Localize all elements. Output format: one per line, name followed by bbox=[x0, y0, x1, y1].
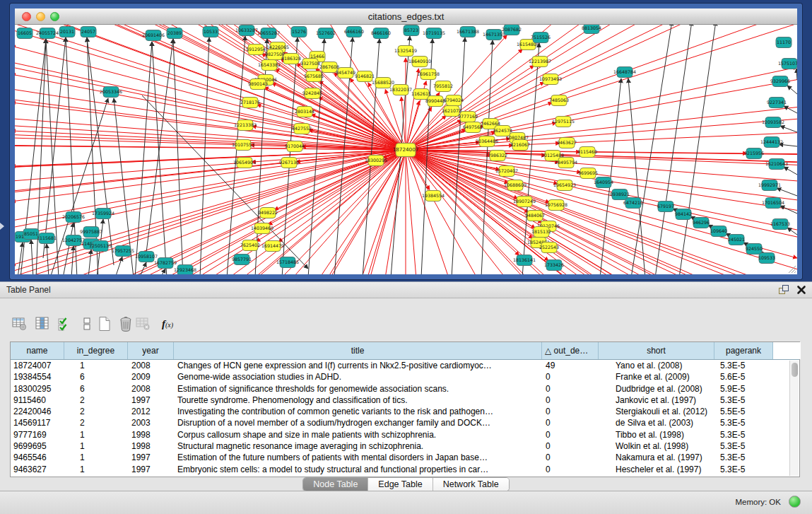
graph-node[interactable]: 20206576 bbox=[62, 212, 85, 223]
close-icon[interactable] bbox=[796, 285, 806, 295]
graph-node[interactable]: 2718176 bbox=[240, 98, 260, 108]
graph-node[interactable]: 9484067 bbox=[525, 211, 545, 221]
table-cell[interactable]: Wolkin et al. (1998) bbox=[599, 440, 714, 452]
minimize-window-icon[interactable] bbox=[36, 12, 45, 21]
graph-node[interactable]: 8454749 bbox=[336, 68, 355, 78]
graph-node[interactable]: 85723 bbox=[404, 25, 419, 36]
table-cell[interactable]: 5.3E-5 bbox=[714, 464, 773, 475]
table-cell[interactable]: 2008 bbox=[128, 383, 174, 395]
table-cell[interactable]: 5.5E-5 bbox=[714, 406, 773, 417]
table-cell[interactable]: 19384554 bbox=[11, 371, 64, 382]
table-cell[interactable]: 5.9E-5 bbox=[714, 383, 773, 395]
column-header-pagerank[interactable]: pagerank bbox=[714, 342, 773, 359]
table-cell[interactable]: 9699695 bbox=[11, 440, 64, 452]
table-cell[interactable]: 1 bbox=[64, 429, 128, 440]
graph-node[interactable]: 1733426 bbox=[544, 260, 564, 271]
graph-node[interactable]: 16543382 bbox=[258, 60, 281, 71]
table-cell[interactable]: 1998 bbox=[128, 429, 174, 440]
graph-node[interactable]: 20389 bbox=[167, 28, 182, 39]
table-vertical-scrollbar[interactable] bbox=[789, 361, 799, 476]
float-window-icon[interactable] bbox=[778, 284, 789, 296]
resize-grip[interactable] bbox=[787, 264, 796, 274]
graph-node[interactable]: 2087682 bbox=[502, 25, 522, 35]
graph-node[interactable]: 18640910 bbox=[408, 57, 431, 67]
column-header-year[interactable]: year bbox=[128, 342, 174, 359]
table-cell[interactable]: 5.3E-5 bbox=[714, 417, 773, 428]
graph-node[interactable]: 15751074 bbox=[778, 59, 797, 69]
graph-node[interactable]: 109533 bbox=[758, 253, 775, 264]
graph-node[interactable]: 10533 bbox=[203, 27, 218, 37]
table-cell[interactable]: 2 bbox=[64, 395, 128, 406]
network-view-window[interactable]: citations_edges.txt 18300295193845545912… bbox=[10, 4, 802, 279]
graph-node[interactable]: 12213987 bbox=[529, 57, 551, 67]
table-cell[interactable]: 0 bbox=[542, 417, 599, 428]
graph-node[interactable]: 12444132 bbox=[760, 137, 783, 148]
graph-node[interactable]: 20131 bbox=[59, 27, 75, 37]
table-cell[interactable]: 2012 bbox=[128, 406, 174, 417]
column-header-short[interactable]: short bbox=[599, 342, 714, 359]
table-cell[interactable]: Estimation of the future numbers of pati… bbox=[174, 452, 542, 463]
tab-network-table[interactable]: Network Table bbox=[433, 478, 509, 491]
graph-node[interactable]: 9227341 bbox=[767, 98, 787, 108]
graph-node[interactable]: 19654923 bbox=[553, 180, 576, 191]
table-cell[interactable]: 0 bbox=[542, 406, 599, 417]
table-cell[interactable]: 2008 bbox=[128, 360, 174, 371]
graph-node[interactable]: 12975115 bbox=[552, 117, 575, 127]
network-canvas[interactable]: 1830029519384554591295414226065982750881… bbox=[15, 25, 797, 274]
graph-node[interactable]: 8466160 bbox=[371, 28, 391, 39]
graph-node[interactable]: 5675685 bbox=[304, 71, 324, 82]
table-row[interactable]: 2242004622012Investigating the contribut… bbox=[11, 406, 799, 417]
graph-node[interactable]: 9463627 bbox=[557, 138, 577, 148]
column-header-title[interactable]: title bbox=[174, 342, 542, 359]
table-cell[interactable]: 14569117 bbox=[11, 417, 64, 428]
table-panel-header[interactable]: Table Panel bbox=[0, 282, 812, 298]
table-cell[interactable]: 6 bbox=[64, 371, 128, 382]
table-cell[interactable]: 1997 bbox=[128, 464, 174, 475]
table-cell[interactable]: 22420046 bbox=[11, 406, 64, 417]
table-cell[interactable]: 2003 bbox=[128, 417, 174, 428]
table-cell[interactable]: Embryonic stem cells: a model to study s… bbox=[174, 464, 542, 475]
table-cell[interactable]: 9463627 bbox=[11, 464, 64, 475]
table-cell[interactable]: de Silva et al. (2003) bbox=[599, 417, 714, 428]
table-cell[interactable]: Dudbridge et al. (2008) bbox=[599, 383, 714, 395]
graph-node[interactable]: 10688609 bbox=[504, 180, 526, 191]
graph-node[interactable]: 9329966 bbox=[770, 76, 790, 87]
graph-node[interactable]: 9115460 bbox=[577, 147, 597, 158]
graph-node[interactable]: 10719135 bbox=[423, 28, 445, 39]
graph-node[interactable]: 8216067 bbox=[510, 140, 530, 151]
table-cell[interactable]: 1997 bbox=[128, 395, 174, 406]
table-cell[interactable]: Franke et al. (2009) bbox=[599, 371, 714, 382]
graph-node[interactable]: 9890143 bbox=[248, 79, 268, 90]
graph-node[interactable]: 924550 bbox=[746, 244, 763, 255]
table-cell[interactable]: 49 bbox=[542, 360, 599, 371]
table-cell[interactable]: Structural magnetic resonance image aver… bbox=[174, 440, 542, 452]
graph-node[interactable]: 1640954 bbox=[594, 177, 613, 188]
graph-node[interactable]: 109640 bbox=[710, 226, 727, 237]
table-cell[interactable]: 5.3E-5 bbox=[714, 360, 773, 371]
graph-node[interactable]: 10633287 bbox=[235, 25, 258, 36]
graph-node[interactable]: 17016504 bbox=[762, 198, 784, 209]
zoom-window-icon[interactable] bbox=[50, 12, 59, 21]
table-cell[interactable]: 5.3E-5 bbox=[714, 429, 773, 440]
graph-node[interactable]: 6474210 bbox=[623, 198, 643, 209]
tab-edge-table[interactable]: Edge Table bbox=[368, 478, 433, 491]
table-cell[interactable]: 9115460 bbox=[11, 395, 64, 406]
graph-node[interactable]: 9170044 bbox=[285, 141, 305, 152]
graph-node[interactable]: 99975887 bbox=[80, 227, 102, 238]
table-cell[interactable]: 18300295 bbox=[11, 383, 64, 395]
table-cell[interactable]: Jankovic et al. (1997) bbox=[599, 395, 714, 406]
table-row[interactable]: 911546021997Tourette syndrome. Phenomeno… bbox=[11, 395, 799, 406]
graph-node[interactable]: 14039469 bbox=[251, 223, 273, 234]
unselect-all-icon[interactable] bbox=[78, 315, 96, 333]
graph-node[interactable]: 11325419 bbox=[394, 46, 417, 57]
graph-node[interactable]: 8990448 bbox=[425, 96, 445, 107]
table-cell[interactable]: 2 bbox=[64, 417, 128, 428]
citation-network-graph[interactable]: 1830029519384554591295414226065982750881… bbox=[15, 25, 797, 274]
table-settings-icon[interactable] bbox=[11, 315, 29, 333]
memory-status-indicator-icon[interactable] bbox=[789, 496, 801, 508]
table-row[interactable]: 946554611997Estimation of the future num… bbox=[11, 452, 799, 463]
table-cell[interactable]: 5.3E-5 bbox=[714, 395, 773, 406]
graph-node[interactable]: 9242845 bbox=[302, 88, 322, 99]
graph-node[interactable]: 9327508 bbox=[300, 59, 320, 69]
table-cell[interactable]: 9465546 bbox=[11, 452, 64, 463]
